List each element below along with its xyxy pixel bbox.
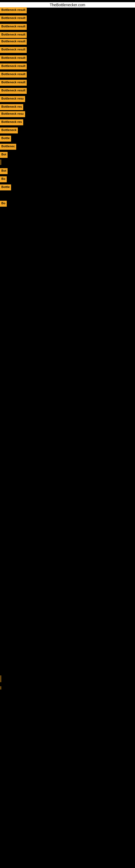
bottleneck-badge: Bottle [0,135,11,142]
bottleneck-badge: Bottleneck resu [0,111,25,117]
bottleneck-badge: Bottleneck result [0,88,27,94]
bottleneck-badge: Bottle [0,184,11,190]
bottleneck-badge: Bottleneck result [0,39,27,45]
bottleneck-badge: Bottleneck result [0,47,27,53]
vertical-line [1,159,1,165]
bottleneck-badge: Bottlenec [0,144,16,150]
bottleneck-badge: Bo [0,176,7,182]
bottleneck-badge: Bot [0,168,8,174]
bottleneck-badge: Bottleneck result [0,72,27,78]
bottleneck-badge: Bottleneck result [0,32,27,38]
vertical-line [1,686,1,689]
bottleneck-badge: Bottleneck res [0,119,23,125]
vertical-line [1,675,1,682]
bottleneck-badge: Bottleneck res [0,104,23,110]
bottleneck-badge: Bottleneck result [0,63,27,69]
bottleneck-badge: Bot [0,152,8,158]
bottleneck-badge: Bottleneck result [0,55,27,61]
site-title: TheBottlenecker.com [0,2,135,8]
bottleneck-badge: Bottleneck [0,127,18,133]
bottleneck-badge: Bo [0,201,7,207]
bottleneck-badge: Bottleneck result [0,7,27,13]
bottleneck-badge: Bottleneck resu [0,96,25,102]
bottleneck-badge: Bottleneck result [0,24,27,30]
bottleneck-badge: Bottleneck result [0,16,27,22]
bottleneck-badge: Bottleneck result [0,80,27,86]
